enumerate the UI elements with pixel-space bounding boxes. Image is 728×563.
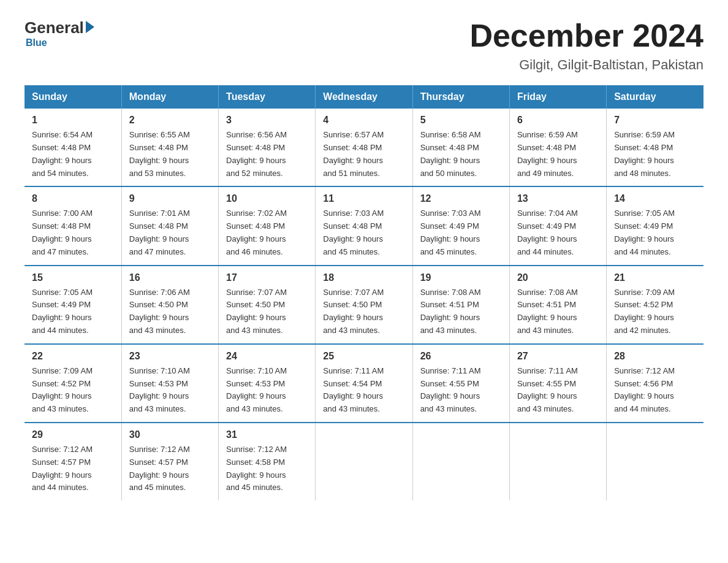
calendar-week-row: 15 Sunrise: 7:05 AM Sunset: 4:49 PM Dayl… bbox=[25, 266, 703, 344]
day-number: 18 bbox=[323, 272, 404, 283]
calendar-cell: 19 Sunrise: 7:08 AM Sunset: 4:51 PM Dayl… bbox=[412, 266, 509, 344]
calendar-cell: 24 Sunrise: 7:10 AM Sunset: 4:53 PM Dayl… bbox=[219, 344, 316, 423]
day-number: 27 bbox=[517, 351, 599, 362]
header-thursday: Thursday bbox=[412, 85, 509, 109]
calendar-cell: 3 Sunrise: 6:56 AM Sunset: 4:48 PM Dayli… bbox=[219, 109, 316, 186]
calendar-cell: 30 Sunrise: 7:12 AM Sunset: 4:57 PM Dayl… bbox=[121, 423, 218, 500]
day-info: Sunrise: 6:56 AM Sunset: 4:48 PM Dayligh… bbox=[226, 129, 308, 180]
day-number: 26 bbox=[420, 351, 502, 362]
day-number: 22 bbox=[32, 351, 114, 362]
calendar-cell: 27 Sunrise: 7:11 AM Sunset: 4:55 PM Dayl… bbox=[509, 344, 606, 423]
day-info: Sunrise: 7:08 AM Sunset: 4:51 PM Dayligh… bbox=[517, 286, 599, 337]
calendar-cell: 22 Sunrise: 7:09 AM Sunset: 4:52 PM Dayl… bbox=[25, 344, 121, 423]
day-number: 30 bbox=[129, 429, 211, 440]
day-info: Sunrise: 7:01 AM Sunset: 4:48 PM Dayligh… bbox=[129, 207, 211, 258]
calendar-cell: 23 Sunrise: 7:10 AM Sunset: 4:53 PM Dayl… bbox=[121, 344, 218, 423]
calendar-cell: 10 Sunrise: 7:02 AM Sunset: 4:48 PM Dayl… bbox=[219, 186, 316, 265]
day-info: Sunrise: 7:12 AM Sunset: 4:58 PM Dayligh… bbox=[226, 443, 308, 494]
day-number: 10 bbox=[226, 193, 308, 204]
calendar-cell: 26 Sunrise: 7:11 AM Sunset: 4:55 PM Dayl… bbox=[412, 344, 509, 423]
header-sunday: Sunday bbox=[25, 85, 121, 109]
page-header: General Blue December 2024 Gilgit, Gilgi… bbox=[25, 18, 703, 73]
day-number: 8 bbox=[32, 193, 114, 204]
day-number: 21 bbox=[614, 272, 696, 283]
day-number: 4 bbox=[323, 115, 404, 126]
day-number: 9 bbox=[129, 193, 211, 204]
day-number: 15 bbox=[32, 272, 114, 283]
day-info: Sunrise: 7:11 AM Sunset: 4:54 PM Dayligh… bbox=[323, 365, 404, 416]
day-info: Sunrise: 7:07 AM Sunset: 4:50 PM Dayligh… bbox=[323, 286, 404, 337]
day-number: 17 bbox=[226, 272, 308, 283]
logo-arrow-icon bbox=[86, 21, 94, 33]
day-info: Sunrise: 6:54 AM Sunset: 4:48 PM Dayligh… bbox=[32, 129, 114, 180]
day-info: Sunrise: 7:08 AM Sunset: 4:51 PM Dayligh… bbox=[420, 286, 502, 337]
day-info: Sunrise: 6:55 AM Sunset: 4:48 PM Dayligh… bbox=[129, 129, 211, 180]
calendar-week-row: 29 Sunrise: 7:12 AM Sunset: 4:57 PM Dayl… bbox=[25, 423, 703, 500]
day-info: Sunrise: 7:09 AM Sunset: 4:52 PM Dayligh… bbox=[614, 286, 696, 337]
day-number: 20 bbox=[517, 272, 599, 283]
day-number: 2 bbox=[129, 115, 211, 126]
day-number: 11 bbox=[323, 193, 404, 204]
day-info: Sunrise: 7:03 AM Sunset: 4:49 PM Dayligh… bbox=[420, 207, 502, 258]
day-number: 13 bbox=[517, 193, 599, 204]
calendar-cell: 15 Sunrise: 7:05 AM Sunset: 4:49 PM Dayl… bbox=[25, 266, 121, 344]
calendar-cell bbox=[607, 423, 703, 500]
header-wednesday: Wednesday bbox=[316, 85, 412, 109]
day-number: 24 bbox=[226, 351, 308, 362]
calendar-week-row: 1 Sunrise: 6:54 AM Sunset: 4:48 PM Dayli… bbox=[25, 109, 703, 186]
calendar-cell: 25 Sunrise: 7:11 AM Sunset: 4:54 PM Dayl… bbox=[316, 344, 412, 423]
calendar-cell: 13 Sunrise: 7:04 AM Sunset: 4:49 PM Dayl… bbox=[509, 186, 606, 265]
header-saturday: Saturday bbox=[607, 85, 703, 109]
calendar-cell: 1 Sunrise: 6:54 AM Sunset: 4:48 PM Dayli… bbox=[25, 109, 121, 186]
header-monday: Monday bbox=[121, 85, 218, 109]
calendar-week-row: 22 Sunrise: 7:09 AM Sunset: 4:52 PM Dayl… bbox=[25, 344, 703, 423]
calendar-cell bbox=[509, 423, 606, 500]
day-info: Sunrise: 7:03 AM Sunset: 4:48 PM Dayligh… bbox=[323, 207, 404, 258]
day-info: Sunrise: 7:09 AM Sunset: 4:52 PM Dayligh… bbox=[32, 365, 114, 416]
calendar-cell bbox=[412, 423, 509, 500]
day-info: Sunrise: 7:10 AM Sunset: 4:53 PM Dayligh… bbox=[129, 365, 211, 416]
logo-blue-text: Blue bbox=[26, 37, 47, 48]
day-number: 5 bbox=[420, 115, 502, 126]
day-number: 25 bbox=[323, 351, 404, 362]
calendar-cell bbox=[316, 423, 412, 500]
day-info: Sunrise: 7:10 AM Sunset: 4:53 PM Dayligh… bbox=[226, 365, 308, 416]
calendar-cell: 5 Sunrise: 6:58 AM Sunset: 4:48 PM Dayli… bbox=[412, 109, 509, 186]
calendar-cell: 14 Sunrise: 7:05 AM Sunset: 4:49 PM Dayl… bbox=[607, 186, 703, 265]
day-info: Sunrise: 7:11 AM Sunset: 4:55 PM Dayligh… bbox=[517, 365, 599, 416]
day-number: 28 bbox=[614, 351, 696, 362]
calendar-cell: 29 Sunrise: 7:12 AM Sunset: 4:57 PM Dayl… bbox=[25, 423, 121, 500]
calendar-cell: 12 Sunrise: 7:03 AM Sunset: 4:49 PM Dayl… bbox=[412, 186, 509, 265]
subtitle: Gilgit, Gilgit-Baltistan, Pakistan bbox=[469, 57, 703, 73]
day-info: Sunrise: 7:11 AM Sunset: 4:55 PM Dayligh… bbox=[420, 365, 502, 416]
day-number: 6 bbox=[517, 115, 599, 126]
day-info: Sunrise: 7:06 AM Sunset: 4:50 PM Dayligh… bbox=[129, 286, 211, 337]
calendar-cell: 28 Sunrise: 7:12 AM Sunset: 4:56 PM Dayl… bbox=[607, 344, 703, 423]
calendar-cell: 7 Sunrise: 6:59 AM Sunset: 4:48 PM Dayli… bbox=[607, 109, 703, 186]
calendar-cell: 8 Sunrise: 7:00 AM Sunset: 4:48 PM Dayli… bbox=[25, 186, 121, 265]
day-number: 3 bbox=[226, 115, 308, 126]
day-info: Sunrise: 7:12 AM Sunset: 4:57 PM Dayligh… bbox=[129, 443, 211, 494]
title-section: December 2024 Gilgit, Gilgit-Baltistan, … bbox=[469, 18, 703, 73]
day-number: 14 bbox=[614, 193, 696, 204]
calendar-table: SundayMondayTuesdayWednesdayThursdayFrid… bbox=[25, 85, 703, 500]
header-friday: Friday bbox=[509, 85, 606, 109]
logo: General Blue bbox=[25, 18, 94, 48]
calendar-cell: 6 Sunrise: 6:59 AM Sunset: 4:48 PM Dayli… bbox=[509, 109, 606, 186]
calendar-cell: 16 Sunrise: 7:06 AM Sunset: 4:50 PM Dayl… bbox=[121, 266, 218, 344]
calendar-cell: 11 Sunrise: 7:03 AM Sunset: 4:48 PM Dayl… bbox=[316, 186, 412, 265]
calendar-cell: 4 Sunrise: 6:57 AM Sunset: 4:48 PM Dayli… bbox=[316, 109, 412, 186]
day-number: 12 bbox=[420, 193, 502, 204]
day-info: Sunrise: 6:59 AM Sunset: 4:48 PM Dayligh… bbox=[614, 129, 696, 180]
day-number: 16 bbox=[129, 272, 211, 283]
day-number: 7 bbox=[614, 115, 696, 126]
day-info: Sunrise: 7:05 AM Sunset: 4:49 PM Dayligh… bbox=[614, 207, 696, 258]
day-info: Sunrise: 6:58 AM Sunset: 4:48 PM Dayligh… bbox=[420, 129, 502, 180]
calendar-cell: 2 Sunrise: 6:55 AM Sunset: 4:48 PM Dayli… bbox=[121, 109, 218, 186]
calendar-cell: 9 Sunrise: 7:01 AM Sunset: 4:48 PM Dayli… bbox=[121, 186, 218, 265]
logo-general-text: General bbox=[25, 18, 84, 37]
day-info: Sunrise: 7:12 AM Sunset: 4:56 PM Dayligh… bbox=[614, 365, 696, 416]
calendar-cell: 31 Sunrise: 7:12 AM Sunset: 4:58 PM Dayl… bbox=[219, 423, 316, 500]
day-info: Sunrise: 6:59 AM Sunset: 4:48 PM Dayligh… bbox=[517, 129, 599, 180]
calendar-cell: 20 Sunrise: 7:08 AM Sunset: 4:51 PM Dayl… bbox=[509, 266, 606, 344]
